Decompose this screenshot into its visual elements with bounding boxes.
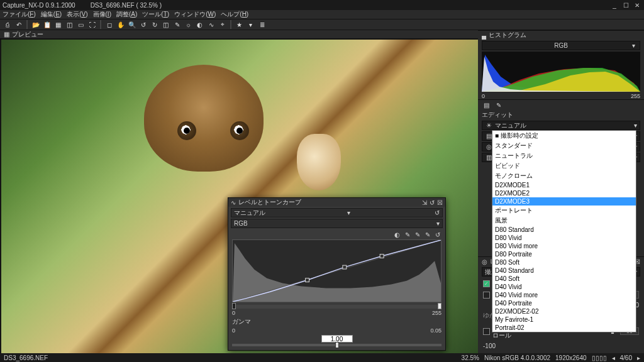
- gamma-label: ガンマ: [232, 317, 441, 326]
- picture-control-option[interactable]: モノクローム: [492, 171, 636, 181]
- fullscreen-icon[interactable]: ⛶: [87, 20, 97, 29]
- menu-file[interactable]: ファイル(F): [3, 10, 36, 19]
- picture-control-option[interactable]: D2XMODE3: [492, 197, 636, 206]
- chevron-down-icon: [347, 209, 350, 216]
- picture-control-option[interactable]: ビビッド: [492, 161, 636, 171]
- status-filename: DS3_6696.NEF: [4, 354, 48, 361]
- eyedrop-gray-icon[interactable]: ✎: [415, 231, 420, 238]
- status-zoom: 32.5%: [462, 354, 479, 361]
- filter-icon[interactable]: ▾: [246, 20, 255, 29]
- open-icon[interactable]: 📂: [31, 20, 40, 29]
- menu-help[interactable]: ヘルプ(H): [221, 10, 248, 19]
- menu-image[interactable]: 画像(I): [93, 10, 111, 19]
- minimize-button[interactable]: _: [610, 2, 619, 9]
- svg-rect-3: [343, 265, 347, 269]
- picture-control-option[interactable]: Portrait-02: [492, 324, 636, 332]
- next-image-button[interactable]: ▸: [637, 354, 640, 361]
- tag-icon[interactable]: ⌖: [218, 20, 227, 29]
- info-tab-icon[interactable]: ✎: [494, 102, 503, 109]
- input-slider[interactable]: [232, 305, 441, 309]
- grid-icon[interactable]: ▦: [53, 20, 63, 29]
- reset-panel-icon[interactable]: ↺: [430, 199, 435, 206]
- output-max: 0.05: [430, 327, 441, 334]
- eyedropper-icon[interactable]: ✎: [172, 20, 182, 29]
- vignette-checkbox[interactable]: [483, 328, 490, 335]
- fit-icon[interactable]: ◻: [104, 20, 114, 29]
- output-min: 0: [232, 327, 235, 334]
- picture-control-option[interactable]: D80 Vivid: [492, 234, 636, 242]
- svg-marker-0: [233, 243, 441, 302]
- picture-control-option[interactable]: ニュートラル: [492, 151, 636, 161]
- star-icon[interactable]: ★: [235, 20, 244, 29]
- zoom-icon[interactable]: 🔍: [127, 20, 136, 29]
- picture-control-option[interactable]: D40 Portraite: [492, 299, 636, 307]
- svg-rect-2: [306, 278, 309, 282]
- sort-icon[interactable]: ≣: [257, 20, 267, 29]
- picture-control-option[interactable]: D40 Standard: [492, 266, 636, 275]
- chromatic-aberration-checkbox[interactable]: [483, 280, 490, 287]
- menu-adjust[interactable]: 調整(A): [116, 10, 137, 19]
- picture-control-option[interactable]: スタンダード: [492, 141, 636, 151]
- picture-control-option[interactable]: D40 Vivid: [492, 283, 636, 291]
- picture-control-option[interactable]: D2XMODE2-02: [492, 307, 636, 315]
- edit-header[interactable]: エディット: [478, 111, 644, 119]
- rotate-left-icon[interactable]: ↺: [138, 20, 148, 29]
- whitebalance-icon[interactable]: ☼: [184, 20, 193, 29]
- status-colorspace: Nikon sRGB 4.0.0.3002: [484, 354, 550, 361]
- curve-icon[interactable]: ∿: [206, 20, 216, 29]
- picture-control-option[interactable]: D2XMODE1: [492, 181, 636, 189]
- close-panel-icon[interactable]: ☒: [437, 199, 443, 206]
- hist-max: 255: [631, 93, 640, 99]
- edit-tab-icon[interactable]: ▤: [482, 102, 491, 109]
- close-button[interactable]: ✕: [633, 2, 641, 9]
- curve-reset-icon[interactable]: ↺: [435, 231, 440, 238]
- menu-edit[interactable]: 編集(E): [41, 10, 62, 19]
- status-counter: 4/60: [620, 354, 632, 361]
- preset-dropdown[interactable]: マニュアル ↺: [231, 208, 443, 217]
- histogram-header[interactable]: ▄ ヒストグラム: [478, 31, 644, 40]
- axial-aberration-checkbox[interactable]: [483, 292, 490, 299]
- hist-min: 0: [482, 93, 485, 99]
- channel-dropdown[interactable]: RGB: [231, 219, 443, 228]
- edit-preset-dropdown[interactable]: ☀ マニュアル: [482, 121, 640, 130]
- picture-control-option[interactable]: ポートレート: [492, 206, 636, 216]
- preset-reset-icon[interactable]: ↺: [435, 209, 440, 216]
- auto-contrast-icon[interactable]: ◐: [394, 231, 400, 238]
- chevron-down-icon: [436, 220, 440, 227]
- undo-icon[interactable]: ↶: [14, 20, 23, 29]
- prev-image-button[interactable]: ◂: [612, 354, 615, 361]
- gamma-slider[interactable]: [232, 344, 441, 346]
- picture-control-option[interactable]: D80 Standard: [492, 226, 636, 234]
- eyedrop-white-icon[interactable]: ✎: [425, 231, 430, 238]
- levels-curve-panel: ∿ レベルとトーンカーブ ⇲ ↺ ☒ マニュアル ↺ RGB ◐ ✎ ✎: [228, 197, 446, 351]
- picture-control-option[interactable]: D40 Soft: [492, 275, 636, 283]
- picture-control-options[interactable]: ■ 撮影時の設定スタンダードニュートラルビビッドモノクロームD2XMODE1D2…: [492, 130, 636, 332]
- menu-view[interactable]: 表示(V): [67, 10, 87, 19]
- chevron-down-icon: [632, 42, 635, 49]
- rotate-right-icon[interactable]: ↻: [150, 20, 159, 29]
- crop-icon[interactable]: ◫: [161, 20, 170, 29]
- select-icon[interactable]: ▭: [76, 20, 86, 29]
- compare-icon[interactable]: ◫: [65, 20, 74, 29]
- picture-control-option[interactable]: D80 Vivid more: [492, 242, 636, 250]
- picture-control-option[interactable]: D80 Soft: [492, 258, 636, 266]
- mask-icon[interactable]: ◐: [195, 20, 204, 29]
- menu-tool[interactable]: ツール(T): [142, 10, 169, 19]
- status-dims: 1920x2640: [555, 354, 587, 361]
- pin-icon[interactable]: ⇲: [422, 199, 427, 206]
- picture-control-option[interactable]: D40 Vivid more: [492, 291, 636, 299]
- picture-control-option[interactable]: D2XMODE2: [492, 189, 636, 197]
- menu-window[interactable]: ウィンドウ(W): [174, 10, 216, 19]
- picture-control-option[interactable]: 風景: [492, 216, 636, 226]
- save-icon[interactable]: 📋: [42, 20, 52, 29]
- print-icon[interactable]: ⎙: [3, 20, 12, 29]
- picture-control-option[interactable]: ■ 撮影時の設定: [492, 131, 636, 141]
- maximize-button[interactable]: ☐: [621, 2, 630, 9]
- eyedrop-black-icon[interactable]: ✎: [405, 231, 410, 238]
- picture-control-option[interactable]: D80 Portraite: [492, 250, 636, 258]
- picture-control-option[interactable]: My Favirote-1: [492, 315, 636, 324]
- hand-icon[interactable]: ✋: [116, 20, 125, 29]
- tone-curve-graph[interactable]: [232, 239, 441, 302]
- histogram-channel-dropdown[interactable]: RGB: [482, 41, 640, 50]
- thumbnail-icon[interactable]: ▦: [4, 31, 9, 38]
